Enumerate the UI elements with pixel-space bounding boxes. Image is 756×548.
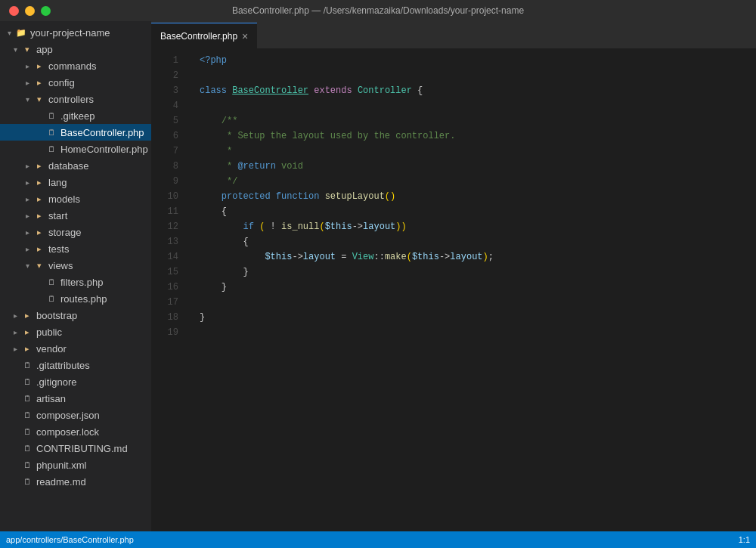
file-icon: 🗒 <box>21 477 33 486</box>
sidebar[interactable]: 📁 your-project-name ▾ app ▸ commands <box>0 21 151 531</box>
sidebar-item-gitignore[interactable]: 🗒 .gitignore <box>0 373 151 390</box>
sidebar-item-homecontroller[interactable]: 🗒 HomeController.php <box>0 141 151 157</box>
sidebar-item-basecontroller[interactable]: 🗒 BaseController.php <box>0 124 151 141</box>
sidebar-item-label: database <box>48 160 89 172</box>
sidebar-item-views[interactable]: ▾ views <box>0 257 151 274</box>
chevron-icon <box>21 162 33 170</box>
maximize-button[interactable] <box>41 6 51 16</box>
sidebar-item-composer-json[interactable]: 🗒 composer.json <box>0 407 151 423</box>
sidebar-item-label: BaseController.php <box>60 127 144 138</box>
sidebar-item-label: HomeController.php <box>60 144 148 155</box>
code-line-2 <box>200 68 756 83</box>
line-num-16: 16 <box>151 280 187 295</box>
file-icon: 🗒 <box>21 427 33 436</box>
sidebar-item-composer-lock[interactable]: 🗒 composer.lock <box>0 423 151 440</box>
code-editor[interactable]: 1 2 3 4 5 6 7 8 9 10 11 12 13 14 15 16 1… <box>151 48 756 531</box>
line-num-7: 7 <box>151 144 187 159</box>
sidebar-item-label: commands <box>48 60 97 72</box>
sidebar-item-label: composer.lock <box>36 426 99 438</box>
file-icon: 🗒 <box>21 444 33 453</box>
sidebar-item-gitkeep[interactable]: 🗒 .gitkeep <box>0 107 151 124</box>
tab-label: BaseController.php <box>160 31 237 42</box>
sidebar-item-label: tests <box>48 243 69 255</box>
sidebar-item-readme[interactable]: 🗒 readme.md <box>0 473 151 490</box>
minimize-button[interactable] <box>25 6 35 16</box>
code-line-16: } <box>200 280 756 295</box>
sidebar-item-label: .gitignore <box>36 376 76 388</box>
sidebar-item-app[interactable]: ▾ app <box>0 41 151 57</box>
line-num-15: 15 <box>151 265 187 280</box>
status-bar: app/controllers/BaseController.php 1:1 <box>0 531 756 548</box>
code-line-4 <box>200 98 756 113</box>
code-line-5: /** <box>200 113 756 128</box>
chevron-icon <box>21 178 33 187</box>
sidebar-item-root[interactable]: 📁 your-project-name <box>0 24 151 41</box>
sidebar-item-tests[interactable]: ▸ tests <box>0 240 151 257</box>
folder-icon: ▸ <box>33 244 45 254</box>
file-icon: 🗒 <box>21 377 33 386</box>
tab-close-button[interactable]: × <box>242 31 248 42</box>
sidebar-item-contributing[interactable]: 🗒 CONTRIBUTING.md <box>0 440 151 457</box>
line-numbers: 1 2 3 4 5 6 7 8 9 10 11 12 13 14 15 16 1… <box>151 48 187 531</box>
sidebar-item-artisan[interactable]: 🗒 artisan <box>0 390 151 407</box>
line-num-13: 13 <box>151 234 187 249</box>
sidebar-item-label: start <box>48 210 67 221</box>
chevron-icon <box>21 79 33 87</box>
sidebar-item-start[interactable]: ▸ start <box>0 207 151 224</box>
chevron-icon <box>9 311 21 320</box>
sidebar-item-label: public <box>36 327 62 338</box>
sidebar-item-label: vendor <box>36 343 67 354</box>
sidebar-item-lang[interactable]: ▸ lang <box>0 174 151 190</box>
chevron-icon <box>9 345 21 353</box>
sidebar-item-storage[interactable]: ▸ storage <box>0 224 151 240</box>
folder-icon: ▸ <box>21 344 33 354</box>
sidebar-item-phpunit[interactable]: 🗒 phpunit.xml <box>0 457 151 473</box>
sidebar-item-filters[interactable]: 🗒 filters.php <box>0 274 151 290</box>
sidebar-item-label: controllers <box>48 94 94 105</box>
sidebar-item-bootstrap[interactable]: ▸ bootstrap <box>0 307 151 324</box>
folder-icon: ▾ <box>33 261 45 271</box>
line-num-6: 6 <box>151 128 187 144</box>
code-line-17 <box>200 295 756 310</box>
chevron-icon <box>21 95 33 104</box>
sidebar-item-config[interactable]: ▸ config <box>0 74 151 91</box>
window-title: BaseController.php — /Users/kenmazaika/D… <box>232 5 524 16</box>
sidebar-item-commands[interactable]: ▸ commands <box>0 57 151 74</box>
code-line-3: class BaseController extends Controller … <box>200 83 756 98</box>
titlebar: BaseController.php — /Users/kenmazaika/D… <box>0 0 756 21</box>
code-content: <?php class BaseController extends Contr… <box>187 48 756 531</box>
code-line-19 <box>200 325 756 340</box>
code-line-13: { <box>200 234 756 249</box>
sidebar-item-database[interactable]: ▸ database <box>0 157 151 174</box>
sidebar-item-routes[interactable]: 🗒 routes.php <box>0 290 151 307</box>
window-controls <box>9 6 51 16</box>
close-button[interactable] <box>9 6 19 16</box>
sidebar-item-gitattributes[interactable]: 🗒 .gitattributes <box>0 357 151 373</box>
sidebar-item-label: app <box>36 44 53 55</box>
status-bar-right: 1:1 <box>739 535 750 544</box>
file-tree: 📁 your-project-name ▾ app ▸ commands <box>0 21 151 493</box>
file-icon: 🗒 <box>21 460 33 469</box>
folder-icon: ▸ <box>33 78 45 88</box>
sidebar-item-label: routes.php <box>60 293 107 305</box>
sidebar-item-label: bootstrap <box>36 310 77 321</box>
sidebar-item-vendor[interactable]: ▸ vendor <box>0 340 151 357</box>
file-icon: 🗒 <box>45 294 57 303</box>
folder-icon: ▾ <box>33 94 45 104</box>
folder-icon: ▸ <box>33 211 45 221</box>
code-line-15: } <box>200 265 756 280</box>
line-num-14: 14 <box>151 249 187 265</box>
sidebar-item-models[interactable]: ▸ models <box>0 190 151 207</box>
sidebar-item-label: lang <box>48 177 67 188</box>
sidebar-item-label: readme.md <box>36 476 86 488</box>
line-num-1: 1 <box>151 53 187 68</box>
status-position: 1:1 <box>739 535 750 544</box>
line-num-19: 19 <box>151 325 187 340</box>
sidebar-item-label: storage <box>48 227 81 238</box>
sidebar-item-controllers[interactable]: ▾ controllers <box>0 91 151 107</box>
sidebar-item-public[interactable]: ▸ public <box>0 324 151 340</box>
tab-basecontroller[interactable]: BaseController.php × <box>151 23 257 48</box>
chevron-icon <box>9 45 21 54</box>
file-icon: 🗒 <box>45 128 57 137</box>
line-num-11: 11 <box>151 204 187 219</box>
